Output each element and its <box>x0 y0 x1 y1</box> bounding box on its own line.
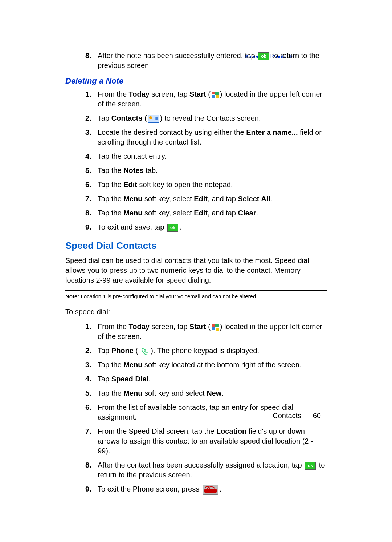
ok-icon <box>167 224 178 232</box>
list-item-text: After the contact has been successfully … <box>98 461 325 479</box>
list-item: 9.To exit the Phone screen, press . <box>85 484 327 495</box>
to-speed-dial: To speed dial: <box>65 307 327 317</box>
list-item: 7.From the Speed Dial screen, tap the Lo… <box>85 426 327 456</box>
list-number: 1. <box>85 322 91 332</box>
list-item-text: From the Today screen, tap Start () loca… <box>98 90 322 108</box>
divider-bottom <box>65 302 327 302</box>
footer-section: Contacts <box>273 412 301 420</box>
footer-page-number: 60 <box>313 412 321 420</box>
manual-page: Speed Dial Contacts 8.After the note has… <box>0 0 392 542</box>
svg-rect-0 <box>212 92 215 94</box>
list-item: 8.Tap the Menu soft key, select Edit, an… <box>85 208 327 218</box>
list-number: 2. <box>85 346 91 356</box>
list-item: 3.Locate the desired contact by using ei… <box>85 128 327 147</box>
list-item: 5.Tap the Notes tab. <box>85 166 327 175</box>
list-item-text: From the Speed Dial screen, tap the Loca… <box>98 427 313 455</box>
end-call-button-icon <box>203 485 218 495</box>
list-number: 2. <box>85 113 91 123</box>
list-item: 2.Tap Contacts () to reveal the Contacts… <box>85 113 327 123</box>
list-item: 5.Tap the Menu soft key and select New. <box>85 388 327 398</box>
page-footer: Contacts 60 <box>273 412 321 420</box>
phone-icon <box>141 348 148 355</box>
list-item: 7.Tap the Menu soft key, select Edit, an… <box>85 194 327 204</box>
list-item: 9.To exit and save, tap . <box>85 222 327 232</box>
list-item-text: Tap the Notes tab. <box>98 166 158 174</box>
list-number: 1. <box>85 89 91 99</box>
svg-rect-7 <box>216 328 219 331</box>
start-flag-icon <box>211 324 219 331</box>
list-item: 8.After the note has been successfully e… <box>85 51 327 70</box>
start-flag-icon <box>211 91 219 98</box>
list-number: 9. <box>85 484 91 494</box>
list-number: 3. <box>85 360 91 370</box>
list-item: 4.Tap Speed Dial. <box>85 374 327 384</box>
list-number: 4. <box>85 151 91 161</box>
svg-rect-2 <box>212 95 215 98</box>
list-item-text: From the list of available contacts, tap… <box>98 403 293 421</box>
note-voicemail: Note: Location 1 is pre-configured to di… <box>65 293 327 299</box>
list-number: 9. <box>85 222 91 232</box>
list-item: 6.Tap the Edit soft key to open the note… <box>85 180 327 190</box>
list-item-text: Tap Phone ( ). The phone keypad is displ… <box>98 347 259 355</box>
list-number: 6. <box>85 180 91 190</box>
list-item-text: Tap the Menu soft key and select New. <box>98 389 224 397</box>
list-item-text: Tap the Menu soft key, select Edit, and … <box>98 195 272 203</box>
list-item-text: Tap the contact entry. <box>98 152 167 160</box>
list-item-text: Tap the Menu soft key located at the bot… <box>98 361 301 369</box>
list-number: 7. <box>85 194 91 204</box>
ok-icon <box>258 52 269 60</box>
svg-rect-5 <box>215 324 219 327</box>
svg-rect-3 <box>216 95 219 98</box>
list-number: 8. <box>85 460 91 470</box>
speed-dial-steps-list: 1.From the Today screen, tap Start () lo… <box>85 322 327 495</box>
list-number: 5. <box>85 388 91 398</box>
list-item-text: After the note has been successfully ent… <box>98 52 319 69</box>
list-item: 4.Tap the contact entry. <box>85 151 327 161</box>
svg-rect-4 <box>212 324 215 327</box>
prev-steps-list: 8.After the note has been successfully e… <box>85 51 327 70</box>
list-item-text: Tap Contacts () to reveal the Contacts s… <box>98 114 261 122</box>
list-item-text: Tap Speed Dial. <box>98 375 151 383</box>
note-label: Note: <box>65 293 79 299</box>
list-number: 8. <box>85 208 91 218</box>
list-number: 5. <box>85 166 91 175</box>
list-item-text: From the Today screen, tap Start () loca… <box>98 323 322 340</box>
list-item: 1.From the Today screen, tap Start () lo… <box>85 89 327 109</box>
list-item-text: Locate the desired contact by using eith… <box>98 128 322 146</box>
list-item: 3.Tap the Menu soft key located at the b… <box>85 360 327 370</box>
ok-icon <box>305 462 316 470</box>
heading-deleting-a-note: Deleting a Note <box>65 76 327 86</box>
svg-rect-1 <box>215 92 219 95</box>
list-item-text: Tap the Edit soft key to open the notepa… <box>98 181 233 189</box>
list-item-text: Tap the Menu soft key, select Edit, and … <box>98 209 258 217</box>
list-item: 2.Tap Phone ( ). The phone keypad is dis… <box>85 346 327 356</box>
heading-speed-dial-contacts: Speed Dial Contacts <box>65 240 327 251</box>
list-number: 8. <box>85 51 91 61</box>
divider-top <box>65 290 327 291</box>
list-number: 7. <box>85 426 91 436</box>
deleting-steps-list: 1.From the Today screen, tap Start () lo… <box>85 89 327 232</box>
list-number: 6. <box>85 403 91 412</box>
list-item-text: To exit and save, tap . <box>98 223 181 231</box>
list-number: 4. <box>85 374 91 384</box>
list-item-text: To exit the Phone screen, press . <box>98 485 221 493</box>
note-text: Location 1 is pre-configured to dial you… <box>79 293 257 299</box>
list-number: 3. <box>85 128 91 137</box>
svg-rect-6 <box>212 327 215 330</box>
speed-dial-intro: Speed dial can be used to dial contacts … <box>65 256 327 285</box>
list-item: 1.From the Today screen, tap Start () lo… <box>85 322 327 341</box>
contacts-icon <box>148 115 159 123</box>
list-item: 8.After the contact has been successfull… <box>85 460 327 480</box>
